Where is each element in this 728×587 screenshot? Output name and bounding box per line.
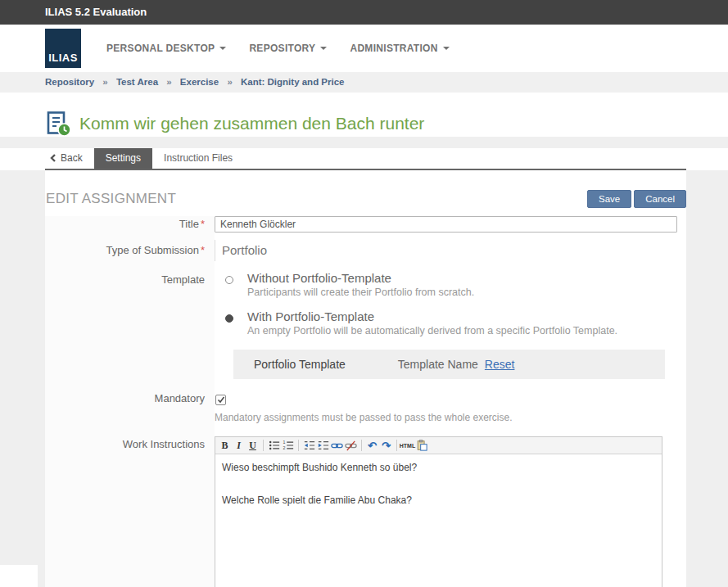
numbered-list-icon[interactable]: 1 2 (281, 439, 295, 453)
toolbar-separator (361, 440, 362, 451)
form-row-title: Title* (45, 216, 686, 233)
page-title-band: Komm wir gehen zusammen den Bach runter (0, 93, 728, 137)
html-source-icon[interactable]: HTML (400, 439, 414, 453)
checkmark-icon (217, 395, 225, 404)
instruction-line: Wieso beschimpft Bushido Kenneth so übel… (222, 462, 655, 473)
content-panel: EDIT ASSIGNMENT Save Cancel Title* Type (45, 170, 686, 587)
unlink-icon[interactable] (344, 439, 358, 453)
tab-label: Settings (106, 152, 141, 164)
portfolio-template-subrow: Portfolio Template Template Name Reset (233, 350, 665, 379)
breadcrumb-exercise[interactable]: Exercise (180, 77, 219, 87)
form-row-template: Template Without Portfolio-Template Part… (45, 271, 686, 381)
breadcrumb-repository[interactable]: Repository (45, 77, 94, 87)
indent-icon[interactable] (316, 439, 330, 453)
radio-option-title: Without Portfolio-Template (247, 271, 474, 285)
radio-option-with-template[interactable]: With Portfolio-Template An empty Portfol… (215, 309, 677, 336)
paste-icon[interactable] (414, 439, 428, 453)
window-titlebar: ILIAS 5.2 Evaluation (0, 0, 728, 25)
breadcrumb-separator: » (102, 77, 107, 87)
rich-text-editor: B I U (215, 436, 662, 587)
form-row-submission-type: Type of Submission* Portfolio (45, 240, 686, 261)
form-row-work-instructions: Work Instructions B I U (45, 436, 686, 587)
mandatory-label: Mandatory (45, 392, 215, 423)
main-header: ILIAS PERSONAL DESKTOP REPOSITORY ADMINI… (0, 25, 728, 72)
nav-label: ADMINISTRATION (350, 43, 437, 54)
chevron-down-icon (320, 47, 327, 50)
save-button[interactable]: Save (587, 190, 631, 208)
redo-icon[interactable]: ↷ (379, 439, 393, 453)
radio-option-title: With Portfolio-Template (247, 309, 617, 323)
tab-instruction-files[interactable]: Instruction Files (152, 148, 244, 169)
back-label: Back (61, 152, 83, 164)
edit-assignment-form: Title* Type of Submission* Portfolio Tem… (45, 216, 686, 587)
toolbar-separator (263, 440, 264, 451)
app-title: ILIAS 5.2 Evaluation (45, 6, 147, 18)
nav-personal-desktop[interactable]: PERSONAL DESKTOP (95, 36, 237, 61)
work-instructions-label: Work Instructions (45, 436, 215, 587)
link-icon[interactable] (330, 439, 344, 453)
main-nav: PERSONAL DESKTOP REPOSITORY ADMINISTRATI… (95, 36, 461, 61)
exercise-assignment-icon (45, 111, 71, 137)
template-label: Template (45, 271, 215, 381)
required-marker: * (201, 244, 205, 256)
cancel-button[interactable]: Cancel (634, 190, 686, 208)
title-input[interactable] (215, 216, 677, 233)
bold-icon[interactable]: B (218, 439, 232, 453)
chevron-left-icon (50, 154, 56, 162)
radio-unselected-icon[interactable] (225, 276, 233, 284)
nav-administration[interactable]: ADMINISTRATION (338, 36, 460, 61)
instruction-line: Welche Rolle spielt die Familie Abu Chak… (222, 494, 655, 506)
tab-settings[interactable]: Settings (94, 148, 152, 169)
main-area: EDIT ASSIGNMENT Save Cancel Title* Type (0, 170, 728, 587)
work-instructions-textarea[interactable]: Wieso beschimpft Bushido Kenneth so übel… (215, 454, 662, 587)
editor-toolbar: B I U (215, 437, 662, 454)
undo-icon[interactable]: ↶ (365, 439, 379, 453)
tab-label: Instruction Files (164, 152, 233, 164)
chevron-down-icon (443, 47, 450, 50)
nav-repository[interactable]: REPOSITORY (237, 36, 338, 61)
svg-text:2: 2 (283, 445, 285, 450)
submission-type-label: Type of Submission* (45, 240, 215, 261)
mandatory-hint: Mandatory assignments must be passed to … (215, 412, 677, 423)
title-label: Title* (45, 216, 215, 233)
mandatory-checkbox[interactable] (215, 395, 226, 405)
bullet-list-icon[interactable] (267, 439, 281, 453)
italic-icon[interactable]: I (232, 439, 246, 453)
form-header: EDIT ASSIGNMENT Save Cancel (45, 170, 686, 208)
form-row-mandatory: Mandatory Mandatory assignments must be … (45, 392, 686, 423)
toolbar-separator (298, 440, 299, 451)
template-name-value: Template Name (398, 358, 478, 371)
submission-type-value: Portfolio (215, 240, 677, 261)
toolbar-separator (396, 440, 397, 451)
breadcrumb-separator: » (227, 77, 232, 87)
nav-label: PERSONAL DESKTOP (106, 43, 215, 54)
ilias-logo[interactable]: ILIAS (45, 29, 81, 68)
radio-option-description: Participants will create their Portfolio… (247, 287, 474, 298)
radio-option-without-template[interactable]: Without Portfolio-Template Participants … (215, 271, 677, 298)
required-marker: * (201, 218, 205, 230)
chevron-down-icon (219, 47, 226, 50)
breadcrumb: Repository » Test Area » Exercise » Kant… (0, 72, 728, 93)
underline-icon[interactable]: U (246, 439, 260, 453)
form-heading: EDIT ASSIGNMENT (46, 191, 176, 207)
breadcrumb-separator: » (166, 77, 171, 87)
page-corner (0, 565, 38, 587)
outdent-icon[interactable] (302, 439, 316, 453)
reset-link[interactable]: Reset (485, 358, 515, 371)
page-title: Komm wir gehen zusammen den Bach runter (79, 114, 424, 133)
radio-selected-icon[interactable] (225, 314, 233, 323)
portfolio-template-label: Portfolio Template (254, 358, 346, 371)
svg-text:1: 1 (283, 440, 285, 445)
nav-label: REPOSITORY (249, 43, 315, 54)
breadcrumb-test-area[interactable]: Test Area (116, 77, 158, 87)
logo-text: ILIAS (48, 52, 78, 64)
back-button[interactable]: Back (45, 148, 94, 169)
tabs-band: Back Settings Instruction Files (0, 148, 728, 170)
breadcrumb-current[interactable]: Kant: Dignity and Price (241, 77, 345, 87)
radio-option-description: An empty Portfolio will be automatically… (247, 325, 617, 336)
